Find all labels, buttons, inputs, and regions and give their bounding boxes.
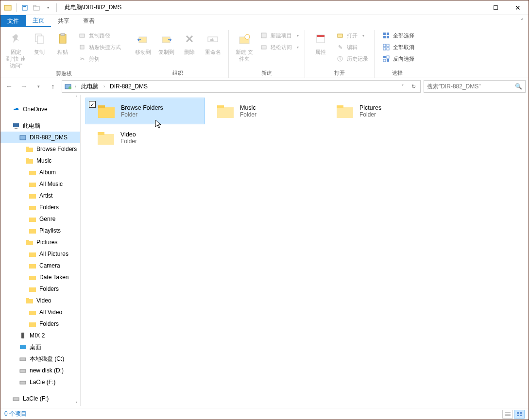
address-row: ← → ▾ ↑ › 此电脑 › DIR-882_DMS ˅ ↻ 🔍 [0, 78, 529, 95]
tree-diskc[interactable]: 本地磁盘 (C:) [0, 353, 80, 365]
svg-rect-43 [26, 158, 29, 160]
folder-tile-browsefolders[interactable]: ✓ Browse FoldersFolder [85, 98, 205, 124]
folder-tile-music[interactable]: MusicFolder [205, 98, 324, 124]
svg-rect-53 [29, 264, 36, 269]
ribbon-collapse-button[interactable]: ˄ [516, 15, 529, 27]
folder-icon [29, 168, 36, 176]
tree-genre[interactable]: Genre [0, 213, 80, 225]
tree-dir882[interactable]: DIR-882_DMS [0, 132, 80, 143]
rename-button[interactable]: ab重命名 [201, 30, 224, 56]
ribbon-label-select: 选择 [378, 69, 416, 78]
tab-home[interactable]: 主页 [26, 15, 51, 27]
address-bar[interactable]: › 此电脑 › DIR-882_DMS ˅ ↻ [62, 80, 421, 93]
qat-newfolder-icon[interactable] [32, 3, 41, 12]
tab-share[interactable]: 共享 [51, 15, 76, 27]
copy-button[interactable]: 复制 [28, 30, 51, 56]
svg-rect-44 [29, 171, 36, 175]
tree-music[interactable]: Music [0, 155, 80, 167]
qat-dropdown-icon[interactable]: ▾ [44, 3, 52, 12]
svg-rect-48 [29, 218, 36, 222]
folder-icon [216, 101, 235, 121]
copyto-button[interactable]: 复制到 [154, 30, 178, 56]
selectnone-icon [382, 43, 390, 51]
svg-rect-57 [26, 298, 29, 300]
tree-playlists[interactable]: Playlists [0, 225, 80, 236]
paste-button[interactable]: 粘贴 [51, 30, 74, 56]
maximize-button[interactable]: ☐ [485, 0, 507, 15]
address-dropdown-button[interactable]: ˅ [398, 82, 408, 91]
tree-allvideo[interactable]: All Video [0, 306, 80, 318]
tree-album[interactable]: Album [0, 167, 80, 178]
refresh-button[interactable]: ↻ [409, 82, 418, 91]
content-pane[interactable]: ✓ Browse FoldersFolder MusicFolder Pictu… [81, 95, 529, 406]
breadcrumb-seg-1[interactable]: 此电脑 [79, 83, 101, 91]
tree-onedrive[interactable]: OneDrive [0, 103, 80, 115]
svg-rect-65 [13, 398, 19, 401]
easyaccess-button[interactable]: 轻松访问▾ [258, 42, 301, 52]
tree-pictures[interactable]: Pictures [0, 236, 80, 248]
pin-button[interactable]: 固定到"快 速访问" [4, 30, 28, 70]
nav-up-button[interactable]: ↑ [47, 81, 59, 92]
tree-diskf1[interactable]: LaCie (F:) [0, 376, 80, 388]
svg-rect-63 [20, 370, 26, 372]
chevron-right-icon[interactable]: › [75, 84, 76, 89]
tree-folders1[interactable]: Folders [0, 202, 80, 213]
copypath-button[interactable]: 复制路径 [76, 30, 123, 41]
delete-button[interactable]: 删除 [178, 30, 201, 56]
tab-view[interactable]: 查看 [76, 15, 102, 27]
tab-file[interactable]: 文件 [0, 15, 26, 27]
close-button[interactable]: ✕ [507, 0, 529, 15]
tree-allmusic[interactable]: All Music [0, 178, 80, 190]
tree-diskf2[interactable]: LaCie (F:) [0, 393, 80, 404]
cut-button[interactable]: ✂剪切 [76, 53, 123, 64]
newfolder-button[interactable]: 新建 文件夹 [233, 30, 256, 63]
tree-datetaken[interactable]: Date Taken [0, 271, 80, 283]
minimize-button[interactable]: ─ [463, 0, 485, 15]
svg-rect-42 [26, 159, 33, 164]
copypath-icon [78, 32, 86, 39]
qat-properties-icon[interactable] [20, 3, 29, 12]
nav-recent-button[interactable]: ▾ [33, 81, 44, 92]
invert-button[interactable]: 反向选择 [380, 53, 416, 64]
folder-tile-pictures[interactable]: PicturesFolder [324, 98, 444, 124]
tree-thispc[interactable]: 此电脑 [0, 120, 80, 132]
folder-tile-video[interactable]: VideoFolder [85, 124, 205, 151]
tree-artist[interactable]: Artist [0, 190, 80, 202]
nav-back-button[interactable]: ← [3, 81, 15, 92]
moveto-button[interactable]: 移动到 [131, 30, 154, 56]
scroll-down-button[interactable]: ˅ [73, 400, 79, 406]
newfolder-icon [237, 31, 252, 47]
folder-icon [29, 180, 36, 188]
scroll-up-button[interactable]: ˄ [73, 95, 79, 101]
open-button[interactable]: 打开▾ [334, 30, 370, 41]
tree-folders3[interactable]: Folders [0, 318, 80, 330]
tree-allpictures[interactable]: All Pictures [0, 248, 80, 260]
edit-button[interactable]: ✎编辑 [334, 42, 370, 52]
search-icon[interactable]: 🔍 [515, 83, 522, 90]
tree-browsefolders[interactable]: Browse Folders [0, 143, 80, 155]
pasteshortcut-button[interactable]: 粘贴快捷方式 [76, 42, 123, 52]
status-count: 0 个项目 [4, 410, 27, 418]
nav-forward-button[interactable]: → [18, 81, 30, 92]
history-button[interactable]: 历史记录 [334, 53, 370, 64]
tree-desktop[interactable]: 桌面 [0, 341, 80, 353]
properties-button[interactable]: 属性 [309, 30, 332, 56]
tree-camera[interactable]: Camera [0, 260, 80, 271]
folder-icon [29, 203, 36, 211]
newitem-button[interactable]: 新建项目▾ [258, 30, 301, 41]
view-tiles-button[interactable] [514, 410, 525, 419]
tree-video[interactable]: Video [0, 295, 80, 306]
tree-folders2[interactable]: Folders [0, 283, 80, 295]
chevron-right-icon[interactable]: › [103, 84, 105, 89]
svg-rect-61 [20, 345, 26, 349]
view-details-button[interactable] [502, 410, 513, 419]
search-box[interactable]: 🔍 [424, 80, 526, 93]
selectnone-button[interactable]: 全部取消 [380, 42, 416, 52]
tile-name: Browse Folders [121, 104, 163, 111]
breadcrumb-seg-2[interactable]: DIR-882_DMS [108, 83, 150, 90]
tree-mix2[interactable]: MIX 2 [0, 330, 80, 341]
search-input[interactable] [427, 83, 515, 90]
selectall-button[interactable]: 全部选择 [380, 30, 416, 41]
tree-diskd[interactable]: new disk (D:) [0, 365, 80, 376]
tile-checkbox[interactable]: ✓ [89, 101, 96, 108]
